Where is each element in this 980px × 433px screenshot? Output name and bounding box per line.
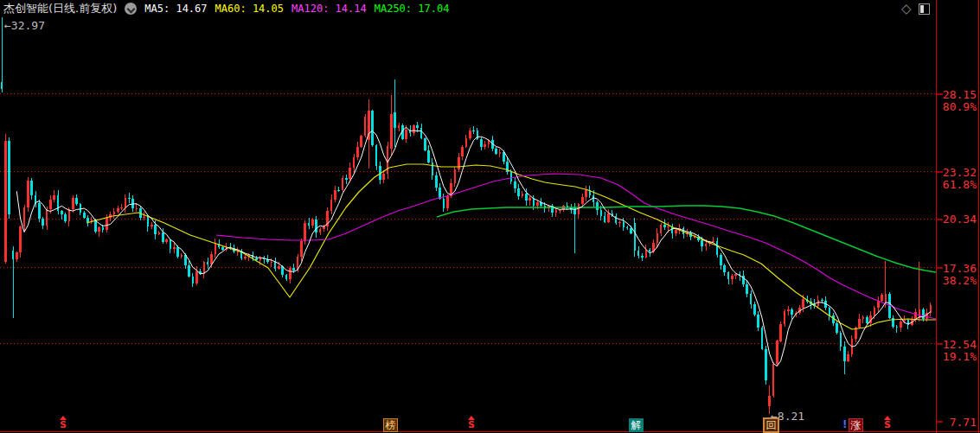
event-marker-s-3[interactable]: S — [883, 416, 892, 430]
candlestick-chart-canvas[interactable] — [0, 0, 980, 433]
event-badge-bang[interactable]: 榜 — [383, 418, 398, 432]
axis-price-17-36: 17.36 — [937, 263, 977, 274]
axis-price-23-32: 23.32 — [937, 167, 977, 178]
axis-price-12-54: 12.54 — [937, 339, 977, 350]
chart-header: 杰创智能(日线.前复权) MA5: 14.67 MA60: 14.05 MA12… — [3, 2, 449, 16]
chevron-down-circle-icon[interactable] — [125, 3, 137, 15]
axis-pct-19-1: 19.1% — [937, 351, 977, 362]
high-price-annotation: ←32.97 — [4, 20, 45, 31]
ma60-legend: MA60: 14.05 — [215, 2, 284, 16]
axis-price-28-15: 28.15 — [937, 89, 977, 100]
ma120-legend: MA120: 14.14 — [291, 2, 367, 16]
event-marker-s-2[interactable]: S — [467, 416, 476, 430]
stock-title: 杰创智能(日线.前复权) — [3, 2, 117, 16]
axis-price-7-71: 7.71 — [937, 417, 977, 428]
panel-layout-icon[interactable] — [919, 3, 930, 15]
event-badge-jie[interactable]: 解 — [629, 418, 644, 432]
axis-pct-80-9: 80.9% — [937, 101, 977, 112]
axis-pct-61-8: 61.8% — [937, 179, 977, 190]
header-toolbar: ◇ — [901, 3, 930, 16]
event-badge-hui[interactable]: 回 — [763, 417, 779, 433]
axis-pct-38-2: 38.2% — [937, 275, 977, 286]
event-marker-s-1[interactable]: S — [59, 416, 67, 430]
ma250-legend: MA250: 17.04 — [375, 2, 450, 16]
diamond-icon[interactable]: ◇ — [901, 3, 912, 16]
alert-exclamation-icon: ! — [842, 418, 847, 430]
axis-price-20-34: 20.34 — [937, 213, 977, 225]
ma5-legend: MA5: 14.67 — [144, 2, 207, 16]
stock-chart-window: 杰创智能(日线.前复权) MA5: 14.67 MA60: 14.05 MA12… — [0, 0, 980, 433]
event-badge-zhang[interactable]: 涨 — [849, 418, 863, 432]
